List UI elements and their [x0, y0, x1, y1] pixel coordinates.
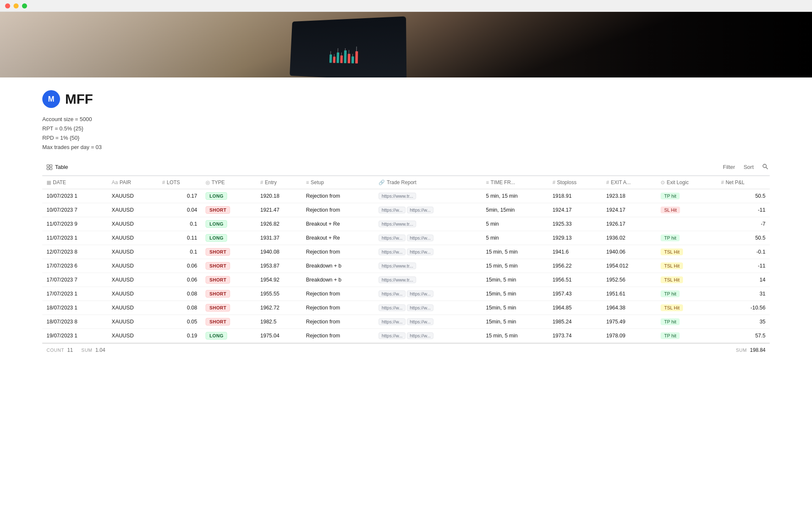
report-link[interactable]: https://www.tr... — [379, 276, 416, 283]
cell-timeframe: 15 min, 5 min — [482, 259, 548, 273]
search-button[interactable] — [760, 163, 770, 171]
cell-type: SHORT — [201, 245, 256, 259]
cell-pair: XAUUSD — [107, 189, 158, 203]
cell-exit-at: 1926.17 — [602, 217, 657, 231]
cell-type: LONG — [201, 329, 256, 343]
sort-button[interactable]: Sort — [742, 163, 755, 171]
info-block: Account size = 5000 RPT = 0.5% {25} RPD … — [42, 115, 770, 152]
cell-pnl: -11 — [717, 259, 770, 273]
cell-date: 10/07/2023 1 — [42, 189, 107, 203]
type-badge: LONG — [206, 192, 227, 200]
report-link[interactable]: https://www.tr... — [379, 262, 416, 269]
col-entry[interactable]: #Entry — [256, 176, 302, 189]
col-report[interactable]: 🔗Trade Report — [374, 176, 482, 189]
cell-lots: 0.06 — [158, 273, 202, 287]
cell-report: https://www.tr... — [374, 217, 482, 231]
report-link[interactable]: https://w... — [407, 207, 434, 213]
report-link[interactable]: https://w... — [379, 318, 406, 325]
report-link[interactable]: https://w... — [379, 207, 406, 213]
cell-report: https://www.tr... — [374, 189, 482, 203]
table-row: 18/07/2023 1 XAUUSD 0.08 SHORT 1962.72 R… — [42, 301, 770, 315]
data-table: ▦DATE AaPAIR #LOTS ◎TYPE #Entry ≡Setup 🔗… — [42, 176, 770, 343]
cell-timeframe: 15min, 5 min — [482, 287, 548, 301]
cell-date: 19/07/2023 1 — [42, 329, 107, 343]
cell-report: https://w...https://w... — [374, 231, 482, 245]
cell-date: 17/07/2023 6 — [42, 259, 107, 273]
cell-pnl: -11 — [717, 203, 770, 217]
col-exit-at[interactable]: #EXIT A... — [602, 176, 657, 189]
report-link[interactable]: https://w... — [379, 235, 406, 241]
logo: M — [42, 90, 60, 108]
search-icon — [762, 163, 768, 169]
cell-timeframe: 5 min, 15 min — [482, 189, 548, 203]
report-link[interactable]: https://w... — [407, 290, 434, 297]
col-type[interactable]: ◎TYPE — [201, 176, 256, 189]
cell-pnl: -7 — [717, 217, 770, 231]
hero-phone — [290, 16, 407, 77]
cell-setup: Rejection from — [302, 203, 375, 217]
col-pair[interactable]: AaPAIR — [107, 176, 158, 189]
report-link[interactable]: https://w... — [407, 332, 434, 339]
report-link[interactable]: https://w... — [379, 290, 406, 297]
report-link[interactable]: https://w... — [407, 235, 434, 241]
cell-pnl: 14 — [717, 273, 770, 287]
cell-type: SHORT — [201, 287, 256, 301]
cell-lots: 0.1 — [158, 217, 202, 231]
cell-pair: XAUUSD — [107, 301, 158, 315]
report-link[interactable]: https://w... — [407, 248, 434, 255]
minimize-button[interactable] — [14, 3, 19, 8]
cell-setup: Rejection from — [302, 245, 375, 259]
cell-setup: Rejection from — [302, 287, 375, 301]
cell-timeframe: 5min, 15min — [482, 203, 548, 217]
cell-exit-at: 1924.17 — [602, 203, 657, 217]
cell-exit-logic: TP hit — [656, 189, 717, 203]
col-date[interactable]: ▦DATE — [42, 176, 107, 189]
report-link[interactable]: https://w... — [379, 304, 406, 311]
cell-timeframe: 15 min, 5 min — [482, 329, 548, 343]
cell-lots: 0.08 — [158, 287, 202, 301]
report-link[interactable]: https://www.tr... — [379, 221, 416, 227]
cell-date: 17/07/2023 1 — [42, 287, 107, 301]
footer-left: COUNT 11 SUM 1.04 — [47, 347, 105, 353]
cell-lots: 0.19 — [158, 329, 202, 343]
cell-pair: XAUUSD — [107, 315, 158, 329]
chart-visualization — [327, 31, 360, 66]
svg-rect-0 — [47, 165, 49, 167]
cell-lots: 0.1 — [158, 245, 202, 259]
col-setup[interactable]: ≡Setup — [302, 176, 375, 189]
cell-pnl: 57.5 — [717, 329, 770, 343]
svg-rect-1 — [50, 165, 52, 167]
report-link[interactable]: https://w... — [379, 248, 406, 255]
table-row: 11/07/2023 9 XAUUSD 0.1 LONG 1926.82 Bre… — [42, 217, 770, 231]
cell-report: https://w...https://w... — [374, 245, 482, 259]
filter-button[interactable]: Filter — [721, 163, 737, 171]
cell-setup: Breakdown + b — [302, 273, 375, 287]
info-max-trades: Max trades per day = 03 — [42, 143, 770, 152]
sum-pnl-label: SUM — [736, 348, 747, 353]
cell-lots: 0.17 — [158, 189, 202, 203]
report-link[interactable]: https://w... — [407, 304, 434, 311]
exit-logic-badge: TSL Hit — [661, 262, 683, 269]
report-link[interactable]: https://w... — [407, 318, 434, 325]
report-link[interactable]: https://www.tr... — [379, 193, 416, 199]
col-lots[interactable]: #LOTS — [158, 176, 202, 189]
close-button[interactable] — [5, 3, 10, 8]
col-timeframe[interactable]: ≡TIME FR... — [482, 176, 548, 189]
footer-count: COUNT 11 — [47, 347, 73, 353]
col-exit-logic[interactable]: ⊙Exit Logic — [656, 176, 717, 189]
exit-logic-badge: TP hit — [661, 290, 680, 297]
col-stoploss[interactable]: #Stoploss — [548, 176, 602, 189]
cell-exit-at: 1952.56 — [602, 273, 657, 287]
hero-screen — [290, 16, 407, 77]
cell-report: https://www.tr... — [374, 273, 482, 287]
cell-exit-at: 1936.02 — [602, 231, 657, 245]
info-account-size: Account size = 5000 — [42, 115, 770, 124]
type-badge: SHORT — [206, 290, 230, 298]
cell-entry: 1962.72 — [256, 301, 302, 315]
col-pnl[interactable]: #Net P&L — [717, 176, 770, 189]
table-view-button[interactable]: Table — [42, 162, 72, 172]
cell-setup: Rejection from — [302, 315, 375, 329]
report-link[interactable]: https://w... — [379, 332, 406, 339]
cell-date: 18/07/2023 1 — [42, 301, 107, 315]
maximize-button[interactable] — [22, 3, 27, 8]
